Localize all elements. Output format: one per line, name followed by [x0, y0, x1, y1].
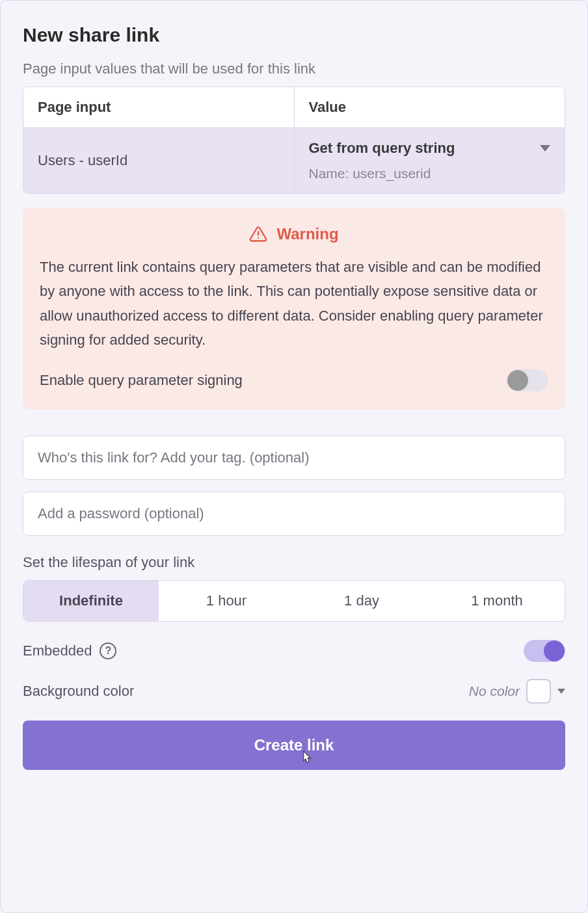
- chevron-down-icon: [540, 145, 550, 152]
- signing-toggle-label: Enable query parameter signing: [40, 372, 243, 389]
- embedded-row: Embedded ?: [23, 640, 565, 662]
- lifespan-option[interactable]: 1 hour: [159, 581, 294, 621]
- chevron-down-icon: [557, 689, 565, 694]
- toggle-knob: [544, 641, 565, 661]
- bgcolor-swatch[interactable]: [526, 679, 551, 704]
- embedded-label: Embedded: [23, 642, 92, 659]
- signing-toggle[interactable]: [507, 369, 548, 391]
- warning-box: Warning The current link contains query …: [23, 208, 565, 410]
- signing-toggle-row: Enable query parameter signing: [40, 369, 548, 391]
- lifespan-option[interactable]: 1 month: [429, 581, 565, 621]
- warning-header: Warning: [40, 225, 548, 243]
- table-header-row: Page input Value: [23, 87, 565, 128]
- bgcolor-row: Background color No color: [23, 679, 565, 704]
- tag-input[interactable]: [23, 436, 565, 480]
- panel-subtitle: Page input values that will be used for …: [23, 60, 565, 77]
- create-link-button[interactable]: Create link: [23, 721, 565, 770]
- lifespan-segmented: Indefinite1 hour1 day1 month: [23, 580, 565, 622]
- cursor-pointer-icon: [298, 750, 315, 773]
- warning-triangle-icon: [249, 225, 267, 243]
- panel-title: New share link: [23, 24, 565, 46]
- share-link-panel: New share link Page input values that wi…: [0, 0, 588, 913]
- help-icon[interactable]: ?: [100, 642, 116, 659]
- embedded-toggle[interactable]: [524, 640, 565, 662]
- table-header-input: Page input: [23, 87, 294, 128]
- query-param-name: Name: users_userid: [309, 166, 551, 181]
- bgcolor-left: Background color: [23, 683, 134, 700]
- table-row: Users - userId Get from query string Nam…: [23, 128, 565, 193]
- password-input[interactable]: [23, 492, 565, 536]
- warning-title: Warning: [276, 225, 338, 243]
- page-input-table: Page input Value Users - userId Get from…: [23, 86, 565, 194]
- table-cell-value: Get from query string Name: users_userid: [294, 128, 565, 193]
- warning-body: The current link contains query paramete…: [40, 255, 548, 352]
- table-cell-input-name: Users - userId: [23, 128, 294, 193]
- create-link-label: Create link: [254, 736, 334, 754]
- lifespan-option[interactable]: 1 day: [294, 581, 429, 621]
- embedded-left: Embedded ?: [23, 642, 116, 659]
- lifespan-label: Set the lifespan of your link: [23, 554, 565, 571]
- table-header-value: Value: [294, 87, 565, 128]
- toggle-knob: [507, 370, 528, 391]
- lifespan-option[interactable]: Indefinite: [23, 581, 159, 621]
- value-source-selected: Get from query string: [309, 140, 455, 157]
- bgcolor-picker[interactable]: No color: [469, 679, 565, 704]
- value-source-select[interactable]: Get from query string: [309, 140, 551, 157]
- bgcolor-value-text: No color: [469, 683, 520, 699]
- bgcolor-label: Background color: [23, 683, 134, 700]
